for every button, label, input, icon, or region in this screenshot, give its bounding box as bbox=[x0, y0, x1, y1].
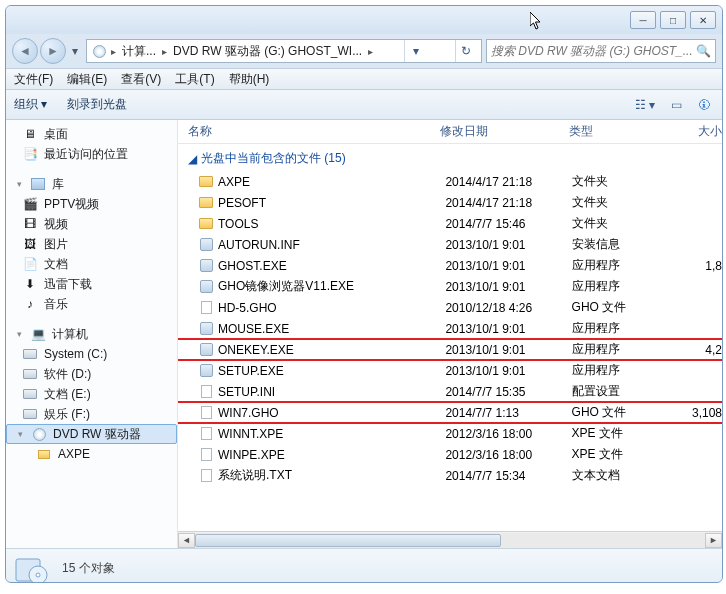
column-date[interactable]: 修改日期 bbox=[440, 123, 569, 140]
sidebar-item-pptv[interactable]: 🎬PPTV视频 bbox=[6, 194, 177, 214]
file-name: WINPE.XPE bbox=[218, 448, 285, 462]
file-name: TOOLS bbox=[218, 217, 258, 231]
status-text: 15 个对象 bbox=[62, 560, 115, 577]
file-date: 2013/10/1 9:01 bbox=[445, 238, 571, 252]
burn-button[interactable]: 刻录到光盘 bbox=[67, 96, 127, 113]
titlebar: ─ □ ✕ bbox=[6, 6, 722, 34]
file-row[interactable]: WINNT.XPE2012/3/16 18:00XPE 文件 bbox=[178, 423, 722, 444]
sidebar-item-dvd-drive[interactable]: ▾DVD RW 驱动器 bbox=[6, 424, 177, 444]
file-row[interactable]: AUTORUN.INF2013/10/1 9:01安装信息 bbox=[178, 234, 722, 255]
address-bar[interactable]: ▸ 计算... ▸ DVD RW 驱动器 (G:) GHOST_WI... ▸ … bbox=[86, 39, 482, 63]
file-type: 应用程序 bbox=[572, 278, 674, 295]
file-icon bbox=[198, 216, 214, 232]
file-date: 2012/3/16 18:00 bbox=[445, 427, 571, 441]
maximize-button[interactable]: □ bbox=[660, 11, 686, 29]
scroll-track[interactable] bbox=[195, 533, 705, 548]
forward-button[interactable]: ► bbox=[40, 38, 66, 64]
horizontal-scrollbar[interactable]: ◄ ► bbox=[178, 531, 722, 548]
file-name: SETUP.EXE bbox=[218, 364, 284, 378]
computer-icon: 💻 bbox=[30, 326, 46, 342]
address-dropdown-icon[interactable]: ▾ bbox=[404, 40, 426, 62]
view-mode-button[interactable]: ☷ ▾ bbox=[631, 96, 659, 114]
sidebar-item-music[interactable]: ♪音乐 bbox=[6, 294, 177, 314]
minimize-button[interactable]: ─ bbox=[630, 11, 656, 29]
file-date: 2014/7/7 1:13 bbox=[445, 406, 571, 420]
sidebar-item-pictures[interactable]: 🖼图片 bbox=[6, 234, 177, 254]
sidebar-item-computer[interactable]: ▾💻计算机 bbox=[6, 324, 177, 344]
chevron-down-icon[interactable]: ▾ bbox=[14, 329, 24, 339]
file-type: 配置设置 bbox=[572, 383, 674, 400]
file-row[interactable]: SETUP.INI2014/7/7 15:35配置设置 bbox=[178, 381, 722, 402]
file-row[interactable]: WINPE.XPE2012/3/16 18:00XPE 文件 bbox=[178, 444, 722, 465]
column-name[interactable]: 名称 bbox=[188, 123, 440, 140]
file-row[interactable]: WIN7.GHO2014/7/7 1:13GHO 文件3,108 bbox=[178, 402, 722, 423]
chevron-right-icon[interactable]: ▸ bbox=[366, 46, 375, 57]
file-row[interactable]: AXPE2014/4/17 21:18文件夹 bbox=[178, 171, 722, 192]
file-row[interactable]: SETUP.EXE2013/10/1 9:01应用程序 bbox=[178, 360, 722, 381]
preview-pane-button[interactable]: ▭ bbox=[667, 96, 686, 114]
file-date: 2012/3/16 18:00 bbox=[445, 448, 571, 462]
file-row[interactable]: PESOFT2014/4/17 21:18文件夹 bbox=[178, 192, 722, 213]
sidebar-item-videos[interactable]: 🎞视频 bbox=[6, 214, 177, 234]
help-icon[interactable]: 🛈 bbox=[694, 96, 714, 114]
scroll-right-button[interactable]: ► bbox=[705, 533, 722, 548]
sidebar-item-recent[interactable]: 📑最近访问的位置 bbox=[6, 144, 177, 164]
recent-icon: 📑 bbox=[22, 146, 38, 162]
file-date: 2014/7/7 15:34 bbox=[445, 469, 571, 483]
menu-tools[interactable]: 工具(T) bbox=[175, 71, 214, 88]
file-icon bbox=[198, 258, 214, 274]
file-date: 2014/4/17 21:18 bbox=[445, 175, 571, 189]
file-row[interactable]: GHOST.EXE2013/10/1 9:01应用程序1,8 bbox=[178, 255, 722, 276]
back-button[interactable]: ◄ bbox=[12, 38, 38, 64]
organize-button[interactable]: 组织 ▾ bbox=[14, 96, 47, 113]
sidebar-item-drive-e[interactable]: 文档 (E:) bbox=[6, 384, 177, 404]
chevron-right-icon[interactable]: ▸ bbox=[109, 46, 118, 57]
menu-edit[interactable]: 编辑(E) bbox=[67, 71, 107, 88]
chevron-down-icon[interactable]: ◢ bbox=[188, 152, 197, 166]
group-label: 光盘中当前包含的文件 (15) bbox=[201, 150, 346, 167]
refresh-icon[interactable]: ↻ bbox=[455, 40, 477, 62]
chevron-down-icon[interactable]: ▾ bbox=[15, 429, 25, 439]
sidebar-item-drive-d[interactable]: 软件 (D:) bbox=[6, 364, 177, 384]
close-button[interactable]: ✕ bbox=[690, 11, 716, 29]
sidebar-item-xunlei[interactable]: ⬇迅雷下载 bbox=[6, 274, 177, 294]
file-row[interactable]: HD-5.GHO2010/12/18 4:26GHO 文件 bbox=[178, 297, 722, 318]
nav-pane: 🖥桌面 📑最近访问的位置 ▾库 🎬PPTV视频 🎞视频 🖼图片 📄文档 ⬇迅雷下… bbox=[6, 120, 178, 548]
chevron-right-icon[interactable]: ▸ bbox=[160, 46, 169, 57]
menubar: 文件(F) 编辑(E) 查看(V) 工具(T) 帮助(H) bbox=[6, 68, 722, 90]
disc-large-icon bbox=[14, 553, 50, 584]
menu-view[interactable]: 查看(V) bbox=[121, 71, 161, 88]
scroll-thumb[interactable] bbox=[195, 534, 501, 547]
chevron-down-icon[interactable]: ▾ bbox=[14, 179, 24, 189]
file-row[interactable]: ONEKEY.EXE2013/10/1 9:01应用程序4,2 bbox=[178, 339, 722, 360]
breadcrumb-drive[interactable]: DVD RW 驱动器 (G:) GHOST_WI... bbox=[171, 43, 364, 60]
picture-icon: 🖼 bbox=[22, 236, 38, 252]
sidebar-item-axpe[interactable]: AXPE bbox=[6, 444, 177, 464]
menu-help[interactable]: 帮助(H) bbox=[229, 71, 270, 88]
file-row[interactable]: TOOLS2014/7/7 15:46文件夹 bbox=[178, 213, 722, 234]
file-name: AXPE bbox=[218, 175, 250, 189]
sidebar-item-libraries[interactable]: ▾库 bbox=[6, 174, 177, 194]
file-row[interactable]: GHO镜像浏览器V11.EXE2013/10/1 9:01应用程序 bbox=[178, 276, 722, 297]
search-box[interactable]: 🔍 bbox=[486, 39, 716, 63]
search-icon[interactable]: 🔍 bbox=[696, 44, 711, 58]
file-name: ONEKEY.EXE bbox=[218, 343, 294, 357]
breadcrumb-computer[interactable]: 计算... bbox=[120, 43, 158, 60]
body: 🖥桌面 📑最近访问的位置 ▾库 🎬PPTV视频 🎞视频 🖼图片 📄文档 ⬇迅雷下… bbox=[6, 120, 722, 548]
search-input[interactable] bbox=[491, 44, 692, 58]
file-row[interactable]: MOUSE.EXE2013/10/1 9:01应用程序 bbox=[178, 318, 722, 339]
history-dropdown[interactable]: ▾ bbox=[68, 44, 82, 58]
file-row[interactable]: 系统说明.TXT2014/7/7 15:34文本文档 bbox=[178, 465, 722, 486]
sidebar-item-documents[interactable]: 📄文档 bbox=[6, 254, 177, 274]
menu-file[interactable]: 文件(F) bbox=[14, 71, 53, 88]
group-header[interactable]: ◢ 光盘中当前包含的文件 (15) bbox=[178, 144, 722, 171]
file-name: PESOFT bbox=[218, 196, 266, 210]
scroll-left-button[interactable]: ◄ bbox=[178, 533, 195, 548]
sidebar-item-desktop[interactable]: 🖥桌面 bbox=[6, 124, 177, 144]
sidebar-item-drive-f[interactable]: 娱乐 (F:) bbox=[6, 404, 177, 424]
sidebar-item-drive-c[interactable]: System (C:) bbox=[6, 344, 177, 364]
column-size[interactable]: 大小 bbox=[673, 123, 722, 140]
column-type[interactable]: 类型 bbox=[569, 123, 673, 140]
file-type: XPE 文件 bbox=[572, 446, 674, 463]
file-name: GHO镜像浏览器V11.EXE bbox=[218, 278, 354, 295]
